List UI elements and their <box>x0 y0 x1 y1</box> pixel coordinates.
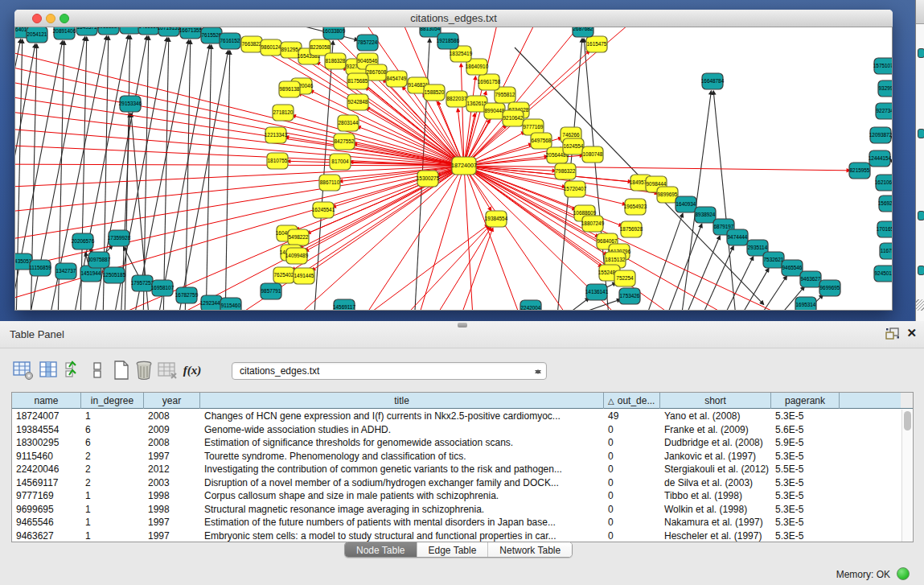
graph-node[interactable]: 30975887 <box>88 252 111 268</box>
table-row[interactable]: 1872400712008Changes of HCN gene express… <box>12 410 901 423</box>
graph-node[interactable]: 8938924 <box>695 207 716 223</box>
table-row[interactable]: 1830029562008Estimation of significance … <box>12 436 901 450</box>
graph-node[interactable]: 18756928 <box>620 221 643 237</box>
tab-node-table[interactable]: Node Table <box>345 542 417 558</box>
graph-node[interactable]: 19654923 <box>624 199 647 215</box>
graph-node[interactable]: 12444154 <box>869 150 892 167</box>
graph-node[interactable]: 7615526 <box>201 27 222 43</box>
graph-node[interactable]: 9329966 <box>878 80 892 97</box>
table-row[interactable]: 946554611997Estimation of the future num… <box>12 516 901 529</box>
graph-node[interactable]: 20891406 <box>53 27 76 39</box>
splitter-handle[interactable] <box>458 323 467 328</box>
graph-node[interactable]: 1695314 <box>795 297 816 310</box>
tab-edge-table[interactable]: Edge Table <box>417 542 489 558</box>
graph-node[interactable]: 7986322 <box>555 163 576 179</box>
graph-node[interactable]: 9474444 <box>727 229 748 245</box>
graph-hub-node[interactable]: 18724007 <box>451 157 477 175</box>
graph-node[interactable]: 19218586 <box>437 33 460 49</box>
graph-node[interactable]: 9210642 <box>503 110 524 126</box>
graph-node[interactable]: 12213343 <box>265 127 288 143</box>
column-header-pagerank[interactable]: pagerank <box>771 393 840 409</box>
column-header-year[interactable]: year <box>144 393 200 409</box>
graph-node[interactable]: 10719155 <box>158 27 181 36</box>
graph-node[interactable]: 7663822 <box>241 36 262 52</box>
graph-node[interactable]: 17359928 <box>108 230 131 246</box>
graph-node[interactable]: 7532621 <box>763 252 784 268</box>
graph-node[interactable]: 9242848 <box>347 94 368 110</box>
graph-node[interactable]: 9857791 <box>261 283 281 299</box>
float-panel-icon[interactable] <box>885 328 900 340</box>
table-select-dropdown[interactable]: citations_edges.txt <box>232 362 547 380</box>
graph-node[interactable]: 8867110 <box>319 175 340 191</box>
graph-node[interactable]: 6466161 <box>138 27 159 35</box>
graph-node[interactable]: 7857224 <box>357 35 378 51</box>
graph-node[interactable]: 2867608 <box>366 64 387 80</box>
graph-node[interactable]: 1624554 <box>563 138 584 154</box>
graph-node[interactable]: 1491445 <box>294 268 314 284</box>
graph-node[interactable]: 5498222 <box>288 229 309 245</box>
graph-node[interactable]: 817004 <box>330 154 351 170</box>
rows-icon[interactable] <box>87 360 108 381</box>
network-window-titlebar[interactable]: citations_edges.txt <box>14 10 893 27</box>
graph-node[interactable]: 2718120 <box>273 105 294 121</box>
graph-node[interactable]: 16958107 <box>151 280 175 296</box>
graph-node[interactable]: 14099489 <box>285 248 309 264</box>
graph-node[interactable]: 1342737 <box>55 263 76 279</box>
graph-node[interactable]: 1640934 <box>676 196 696 212</box>
graph-node[interactable]: 9899695 <box>657 187 678 203</box>
graph-node[interactable]: 9245012 <box>874 266 892 282</box>
column-header-title[interactable]: title <box>200 393 604 409</box>
graph-node[interactable]: 8186328 <box>325 53 346 69</box>
graph-node[interactable]: 1810755 <box>267 153 288 169</box>
graph-node[interactable]: 7616152 <box>220 33 240 49</box>
graph-node[interactable]: 9227343 <box>876 103 892 119</box>
graph-node[interactable]: 12093872 <box>869 127 892 143</box>
close-panel-icon[interactable]: ✕ <box>906 326 917 340</box>
column-header-name[interactable]: name <box>12 393 81 409</box>
graph-node[interactable]: 12923448 <box>200 295 224 310</box>
function-builder-icon[interactable]: f(x) <box>182 360 203 381</box>
graph-node[interactable]: 1849371 <box>76 27 97 35</box>
graph-node[interactable]: 12505185 <box>103 267 126 283</box>
table-row[interactable]: 1456911722003Disruption of a novel membe… <box>12 476 901 490</box>
table-row[interactable]: 969969511998Structural magnetic resonanc… <box>12 503 901 517</box>
column-header-in_degree[interactable]: in_degree <box>81 393 144 409</box>
scrollbar-thumb[interactable] <box>904 411 911 431</box>
table-row[interactable]: 946362711997Embryonic stem cells: a mode… <box>12 529 901 543</box>
graph-node[interactable]: 14136141 <box>585 284 609 300</box>
graph-node[interactable]: 15751074 <box>873 58 892 74</box>
graph-node[interactable]: 9699695 <box>819 280 840 296</box>
graph-node[interactable]: 9115460 <box>220 298 241 310</box>
graph-node[interactable]: 9463627 <box>800 271 821 287</box>
graph-node[interactable]: 2687682 <box>573 27 593 37</box>
column-header-out_de[interactable]: △out_de... <box>604 393 660 409</box>
graph-node[interactable]: 17016504 <box>877 221 892 237</box>
graph-node[interactable]: 15300275 <box>417 171 440 187</box>
table-columns-icon[interactable] <box>39 360 60 381</box>
graph-node[interactable]: 11156859 <box>29 260 51 276</box>
graph-node[interactable]: 1167531 <box>880 243 892 259</box>
graph-node[interactable]: 8215955 <box>849 163 870 179</box>
graph-node[interactable]: 29153346 <box>119 96 142 112</box>
graph-node[interactable]: 1588520 <box>424 84 445 101</box>
column-header-short[interactable]: short <box>660 393 771 409</box>
table-settings-icon[interactable] <box>13 360 34 381</box>
graph-node[interactable]: 2054121 <box>27 27 47 43</box>
select-rows-icon[interactable] <box>64 360 85 381</box>
new-table-icon[interactable] <box>111 360 132 381</box>
graph-node[interactable]: 8454749 <box>386 71 407 87</box>
table-row[interactable]: 1938455462009Genome-wide association stu… <box>12 423 901 437</box>
graph-node[interactable]: 8175685 <box>347 73 368 89</box>
graph-node[interactable]: 9860124 <box>261 39 281 56</box>
graph-node[interactable]: 6497568 <box>531 133 552 149</box>
graph-node[interactable]: 16671355 <box>179 27 203 39</box>
graph-node[interactable]: 8822037 <box>446 91 467 107</box>
graph-node[interactable]: 1527602 <box>120 27 141 34</box>
graph-node[interactable]: 19384554 <box>485 211 508 227</box>
graph-node[interactable]: 16210643 <box>875 175 892 191</box>
table-row[interactable]: 911546021997Tourette syndrome. Phenomeno… <box>12 450 901 463</box>
graph-node[interactable]: 16245541 <box>312 202 335 218</box>
table-row[interactable]: 977716911998Corpus callosum shape and si… <box>12 489 901 503</box>
graph-node[interactable]: 10655287 <box>97 27 121 35</box>
graph-node[interactable]: 7625402 <box>273 267 294 283</box>
